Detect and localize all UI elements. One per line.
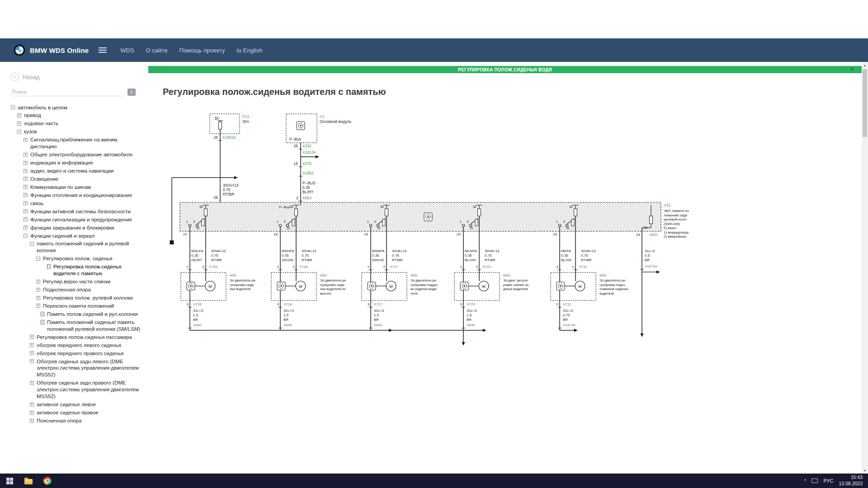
tree-item-label: Освещение [30, 176, 58, 183]
expand-icon[interactable]: + [17, 113, 21, 117]
tree-item-label: кузов [24, 128, 37, 135]
svg-text:X275: X275 [302, 161, 311, 166]
tree-item[interactable]: +Регулировка полож. рулевой колонки [11, 294, 145, 302]
tree-item[interactable]: +Регулир.верхн.части спинки [11, 278, 145, 286]
svg-text:0.35: 0.35 [191, 253, 198, 258]
expand-icon[interactable]: + [24, 153, 28, 157]
tree-item[interactable]: +Обогрев сиденья задн.левого (DME электр… [11, 357, 145, 379]
chrome-button[interactable] [38, 474, 57, 488]
svg-text:2: 2 [476, 265, 478, 269]
expand-icon[interactable]: + [30, 411, 34, 415]
search-input[interactable] [11, 88, 124, 96]
collapse-icon[interactable]: − [36, 257, 40, 261]
expand-icon[interactable]: + [24, 209, 28, 213]
tree-item[interactable]: +ходовая часть [11, 120, 145, 128]
tree-item[interactable]: −память положений сидений и рулевой коло… [11, 240, 145, 255]
tree-item[interactable]: Память положений сиденья/ память положен… [11, 318, 145, 333]
expand-icon[interactable]: + [36, 296, 40, 300]
scroll-thumb[interactable] [863, 69, 867, 137]
expand-icon[interactable]: + [24, 169, 28, 173]
clock[interactable]: 15:43 13.08.2023 [839, 474, 863, 487]
tree-item[interactable]: −Регулировка полож. сиденья [11, 255, 145, 263]
tree-item[interactable]: +Коммуникации по шинам [11, 183, 145, 191]
back-button[interactable]: ‹ Назад [11, 73, 39, 81]
tree-item[interactable]: +обогрев переднего левого сиденья [11, 341, 145, 349]
collapse-icon[interactable]: − [24, 234, 28, 238]
tree-item[interactable]: +обогрев переднего правого сиденья [11, 349, 145, 357]
menu-icon[interactable] [99, 47, 107, 53]
tray-expand-icon[interactable]: ^ [804, 479, 807, 483]
expand-icon[interactable]: + [36, 304, 40, 308]
scroll-down-icon[interactable]: ▼ [862, 467, 868, 474]
nav-link-help[interactable]: Помощь проекту [179, 47, 225, 54]
tree-item[interactable]: +активное сиденье правое [11, 409, 145, 417]
collapse-icon[interactable]: − [17, 130, 21, 134]
tree-item[interactable]: +Функции сигнализации и предупреждения [11, 216, 145, 224]
search-clear-button[interactable]: x [127, 89, 136, 96]
tree-item[interactable]: +индикация и информация [11, 159, 145, 167]
expand-icon[interactable]: + [24, 138, 28, 142]
expand-icon[interactable]: + [24, 201, 28, 205]
svg-text:0: 0 [193, 220, 195, 224]
collapse-icon[interactable]: − [11, 105, 15, 109]
nav-link-to-english[interactable]: to English [236, 47, 262, 54]
expand-icon[interactable]: + [24, 193, 28, 197]
expand-icon[interactable]: + [24, 225, 28, 230]
tree-item-label: Память положений сиденья/ память положен… [47, 319, 145, 333]
start-button[interactable] [0, 474, 19, 488]
tree-item[interactable]: +Общее электрооборудование автомобиля [11, 151, 145, 159]
svg-text:MSHFA: MSHFA [282, 249, 294, 253]
tree-item[interactable]: +Сигнализац.приближения на миним. дистан… [11, 136, 145, 151]
tree-item[interactable]: +Регулировка полож.сиденья пассажира [11, 333, 145, 341]
expand-icon[interactable]: + [36, 288, 40, 292]
svg-text:0.35: 0.35 [561, 253, 568, 258]
svg-text:теля: теля [410, 291, 418, 296]
tree-item[interactable]: +Функции активной системы безопасности [11, 207, 145, 216]
tree-item[interactable]: +активное сиденье левое [11, 401, 145, 409]
nav-link-wds[interactable]: WDS [120, 47, 134, 54]
banner-close-icon[interactable]: ✕ [850, 66, 854, 72]
expand-icon[interactable]: + [24, 185, 28, 189]
scroll-up-icon[interactable]: ▲ [862, 62, 868, 68]
tree-item-label: Функции сидений и зеркал [30, 233, 94, 239]
tree-item[interactable]: −Функции сидений и зеркал [11, 232, 145, 240]
scroll-track[interactable] [862, 137, 868, 467]
tree-item[interactable]: +Освещение [11, 175, 145, 183]
scrollbar[interactable]: ▲ ▼ [862, 62, 868, 474]
tree-item[interactable]: +аудио, видео и система навигации [11, 167, 145, 175]
tree-item[interactable]: −автомобиль в целом [11, 103, 145, 112]
svg-text:31: 31 [377, 226, 381, 230]
tree-item[interactable]: Память полож.сидений и рул.колонки [11, 310, 145, 318]
expand-icon[interactable]: + [30, 403, 34, 407]
expand-icon[interactable]: + [24, 177, 28, 181]
svg-text:X840: X840 [374, 323, 382, 327]
expand-icon[interactable]: + [24, 217, 28, 221]
expand-icon[interactable]: + [30, 381, 34, 385]
expand-icon[interactable]: + [30, 419, 34, 423]
tree-item[interactable]: −кузов [11, 128, 145, 136]
tree-item[interactable]: +связь [11, 199, 145, 207]
expand-icon[interactable]: + [17, 122, 21, 126]
expand-icon[interactable]: + [30, 351, 34, 355]
nav-link-about[interactable]: О сайте [146, 47, 168, 54]
language-indicator[interactable]: РУС [823, 478, 833, 483]
expand-icon[interactable]: + [30, 343, 34, 347]
tree-item-selected[interactable]: Регулировка полож.сиденья водителя с пам… [11, 263, 145, 278]
tree-item[interactable]: +Функции отопления и кондиционирования [11, 191, 145, 199]
tree-item[interactable]: +привод [11, 112, 145, 120]
tree-item[interactable]: +функции закрывания и блокировки [11, 224, 145, 232]
tree-item[interactable]: +Подколенная опора [11, 286, 145, 294]
touch-keyboard-icon[interactable] [811, 479, 818, 483]
collapse-icon[interactable]: − [30, 242, 34, 246]
expand-icon[interactable]: + [24, 161, 28, 165]
tree-item[interactable]: +Обогрев сиденья задн.правого (DME элект… [11, 379, 145, 401]
svg-text:SW/GE: SW/GE [372, 258, 384, 262]
tree-item[interactable]: +Поясничная опора [11, 417, 145, 425]
expand-icon[interactable]: + [30, 359, 34, 363]
expand-icon[interactable]: + [30, 335, 34, 339]
file-explorer-button[interactable] [19, 474, 38, 488]
tree-item[interactable]: +Переключ.памяти положений [11, 302, 145, 310]
svg-text:0.35: 0.35 [465, 253, 472, 258]
svg-text:ловников сиденья: ловников сиденья [599, 287, 628, 291]
expand-icon[interactable]: + [36, 280, 40, 284]
